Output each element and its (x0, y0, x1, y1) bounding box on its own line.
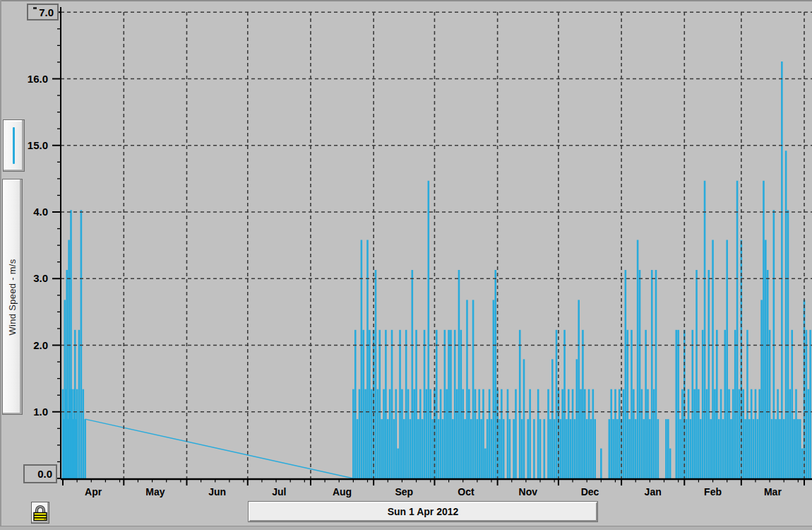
month-label-nov: Nov (506, 486, 551, 497)
month-label-mar: Mar (750, 486, 795, 497)
y-axis-title-panel[interactable]: Wind Speed - m/s (2, 179, 23, 415)
date-label: Sun 1 Apr 2012 (388, 506, 459, 517)
month-label-aug: Aug (320, 486, 365, 497)
date-bar[interactable]: Sun 1 Apr 2012 (249, 502, 597, 522)
x-ticks (63, 479, 804, 485)
wind-speed-plot-area[interactable] (0, 0, 812, 530)
y-axis-max-label[interactable]: 7.0 (27, 4, 59, 20)
y-tick-label: 16.0 (7, 71, 48, 87)
month-label-sep: Sep (381, 486, 426, 497)
month-label-oct: Oct (443, 486, 489, 497)
month-label-dec: Dec (568, 486, 613, 497)
y-axis-title: Wind Speed - m/s (7, 259, 18, 335)
y-ticks (52, 12, 61, 478)
chart-window: { "window": { "background_color": "#c1c1… (0, 0, 812, 530)
wind-speed-series (63, 61, 811, 478)
y-axis-min-label[interactable]: 0.0 (23, 464, 57, 483)
padlock-icon (33, 505, 47, 522)
month-label-apr: Apr (71, 486, 116, 497)
month-label-jun: Jun (195, 486, 240, 497)
month-label-jan: Jan (631, 486, 676, 497)
month-label-jul: Jul (256, 486, 301, 497)
gap-connector-line (85, 419, 354, 478)
legend-panel[interactable] (3, 119, 25, 172)
month-label-may: May (133, 486, 178, 497)
wind-speed-series-line-icon (13, 127, 15, 164)
axis-lock-button[interactable] (31, 502, 49, 524)
month-label-feb: Feb (691, 486, 736, 497)
